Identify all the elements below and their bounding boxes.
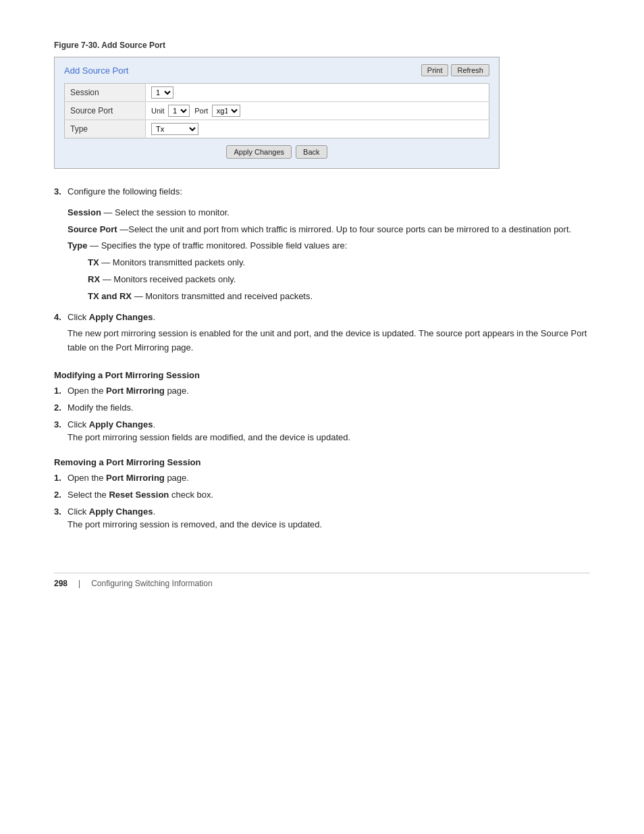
modifying-step3-desc: The port mirroring session fields are mo… bbox=[68, 432, 590, 442]
step4-section: 4. Click Apply Changes. The new port mir… bbox=[54, 311, 590, 358]
modifying-steps: 1. Open the Port Mirroring page. 2. Modi… bbox=[54, 386, 590, 445]
modifying-step1-number: 1. bbox=[54, 386, 63, 396]
add-source-port-panel: Add Source Port Print Refresh Session 1 … bbox=[54, 57, 500, 169]
type-bold: Type bbox=[68, 240, 87, 251]
form-table: Session 1 2 3 4 Source Port Unit 1 2 Por… bbox=[64, 83, 489, 138]
type-desc-text: Specifies the type of traffic monitored.… bbox=[101, 240, 348, 251]
removing-step3-content: Click Apply Changes. The port mirroring … bbox=[68, 506, 590, 532]
removing-steps: 1. Open the Port Mirroring page. 2. Sele… bbox=[54, 473, 590, 532]
removing-step1-number: 1. bbox=[54, 473, 63, 483]
session-bold: Session bbox=[68, 207, 101, 217]
modifying-step3: 3. Click Apply Changes. The port mirrori… bbox=[54, 419, 590, 445]
step3-item: 3. Configure the following fields: bbox=[54, 185, 590, 202]
modifying-step1: 1. Open the Port Mirroring page. bbox=[54, 386, 590, 398]
unit-label-text: Unit bbox=[151, 107, 165, 115]
port-label-text: Port bbox=[194, 107, 208, 115]
rx-dash: — bbox=[100, 274, 113, 284]
refresh-button[interactable]: Refresh bbox=[451, 64, 489, 76]
source-port-dash: — bbox=[117, 224, 129, 234]
removing-step3-desc: The port mirroring session is removed, a… bbox=[68, 519, 590, 529]
figure-label: Figure 7-30. Add Source Port bbox=[54, 41, 590, 50]
modifying-step2-content: Modify the fields. bbox=[68, 402, 590, 415]
modifying-step1-content: Open the Port Mirroring page. bbox=[68, 386, 590, 398]
source-port-bold: Source Port bbox=[68, 224, 117, 234]
modifying-step1-bold: Port Mirroring bbox=[106, 386, 165, 396]
step3-section: 3. Configure the following fields: Sessi… bbox=[54, 185, 590, 304]
step3-number: 3. bbox=[54, 185, 63, 199]
session-label: Session bbox=[65, 84, 146, 102]
step3-content: Configure the following fields: bbox=[68, 185, 590, 202]
removing-heading: Removing a Port Mirroring Session bbox=[54, 457, 590, 467]
txrx-dash: — bbox=[132, 291, 145, 301]
panel-title: Add Source Port bbox=[64, 66, 128, 76]
print-button[interactable]: Print bbox=[421, 64, 449, 76]
removing-step3-bold: Apply Changes bbox=[89, 506, 153, 517]
tx-desc: TX — Monitors transmitted packets only. bbox=[88, 256, 590, 270]
step3-text: Configure the following fields: bbox=[68, 185, 590, 199]
modifying-step3-bold: Apply Changes bbox=[89, 419, 153, 429]
removing-step2-bold: Reset Session bbox=[109, 490, 169, 500]
form-footer-buttons: Apply Changes Back bbox=[64, 145, 489, 159]
source-port-label: Source Port bbox=[65, 102, 146, 120]
apply-changes-button[interactable]: Apply Changes bbox=[226, 145, 292, 159]
type-select[interactable]: Tx Rx Tx and Rx bbox=[151, 123, 198, 135]
txrx-desc-text: Monitors transmitted and received packet… bbox=[145, 291, 313, 301]
removing-step2-content: Select the Reset Session check box. bbox=[68, 490, 590, 502]
step4-content: Click Apply Changes. The new port mirror… bbox=[68, 311, 590, 358]
panel-header: Add Source Port Print Refresh bbox=[64, 64, 489, 76]
source-port-row: Source Port Unit 1 2 Port xg1 xg2 xg3 xg… bbox=[65, 102, 489, 120]
txrx-desc: TX and RX — Monitors transmitted and rec… bbox=[88, 290, 590, 304]
type-row: Type Tx Rx Tx and Rx bbox=[65, 120, 489, 138]
removing-step1-bold: Port Mirroring bbox=[106, 473, 165, 483]
type-dash: — bbox=[87, 240, 101, 251]
removing-step3-number: 3. bbox=[54, 506, 63, 517]
rx-desc-text: Monitors received packets only. bbox=[113, 274, 236, 284]
source-port-value: Unit 1 2 Port xg1 xg2 xg3 xg4 bbox=[146, 102, 489, 120]
modifying-step3-content: Click Apply Changes. The port mirroring … bbox=[68, 419, 590, 445]
session-desc: Session — Select the session to monitor. bbox=[68, 206, 590, 220]
unit-select[interactable]: 1 2 bbox=[168, 105, 190, 117]
step4-click: Click Apply Changes. bbox=[68, 311, 590, 325]
tx-dash: — bbox=[99, 257, 113, 267]
txrx-bold: TX and RX bbox=[88, 291, 132, 301]
session-dash: — bbox=[101, 207, 115, 217]
fields-description: Session — Select the session to monitor.… bbox=[68, 206, 590, 304]
modifying-heading: Modifying a Port Mirroring Session bbox=[54, 370, 590, 380]
step4-item: 4. Click Apply Changes. The new port mir… bbox=[54, 311, 590, 358]
modifying-step2-number: 2. bbox=[54, 402, 63, 413]
rx-bold: RX bbox=[88, 274, 100, 284]
source-port-desc-text: Select the unit and port from which traf… bbox=[128, 224, 571, 234]
modifying-step2: 2. Modify the fields. bbox=[54, 402, 590, 415]
page-footer: 298 | Configuring Switching Information bbox=[54, 573, 590, 588]
header-buttons: Print Refresh bbox=[421, 64, 489, 76]
type-label: Type bbox=[65, 120, 146, 138]
removing-step1-content: Open the Port Mirroring page. bbox=[68, 473, 590, 486]
removing-step2-number: 2. bbox=[54, 490, 63, 500]
type-desc: Type — Specifies the type of traffic mon… bbox=[68, 239, 590, 253]
session-select[interactable]: 1 2 3 4 bbox=[151, 86, 173, 99]
tx-desc-text: Monitors transmitted packets only. bbox=[113, 257, 245, 267]
step4-number: 4. bbox=[54, 311, 63, 325]
footer-separator: | bbox=[78, 579, 80, 588]
removing-step2: 2. Select the Reset Session check box. bbox=[54, 490, 590, 502]
rx-desc: RX — Monitors received packets only. bbox=[88, 273, 590, 287]
port-select[interactable]: xg1 xg2 xg3 xg4 bbox=[212, 105, 240, 117]
step4-desc: The new port mirroring session is enable… bbox=[68, 327, 590, 355]
tx-bold: TX bbox=[88, 257, 99, 267]
source-port-desc: Source Port —Select the unit and port fr… bbox=[68, 223, 590, 237]
removing-step3: 3. Click Apply Changes. The port mirrori… bbox=[54, 506, 590, 532]
back-button[interactable]: Back bbox=[296, 145, 327, 159]
type-value: Tx Rx Tx and Rx bbox=[146, 120, 489, 138]
session-value: 1 2 3 4 bbox=[146, 84, 489, 102]
session-desc-text: Select the session to monitor. bbox=[115, 207, 230, 217]
step4-bold: Apply Changes bbox=[89, 312, 153, 322]
session-row: Session 1 2 3 4 bbox=[65, 84, 489, 102]
removing-step1: 1. Open the Port Mirroring page. bbox=[54, 473, 590, 486]
footer-text: Configuring Switching Information bbox=[91, 579, 212, 588]
modifying-step3-number: 3. bbox=[54, 419, 63, 429]
page-number: 298 bbox=[54, 579, 68, 588]
